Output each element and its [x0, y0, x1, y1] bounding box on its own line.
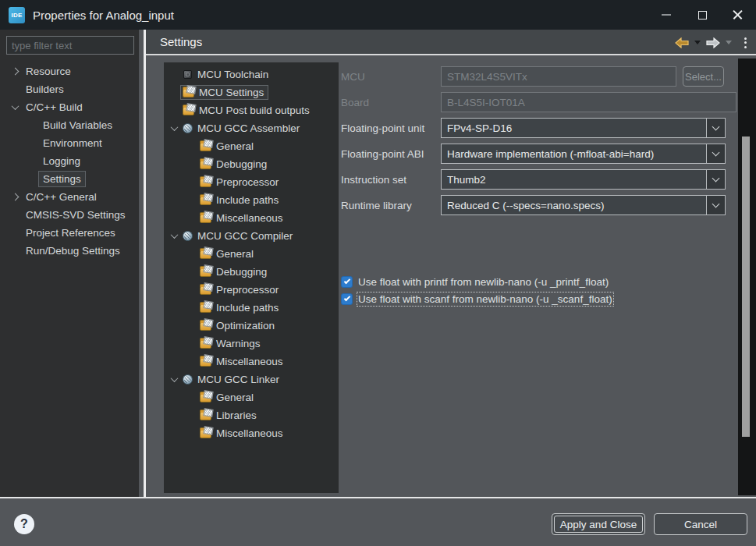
runtime-library-label: Runtime library — [341, 195, 412, 215]
forward-button[interactable] — [705, 37, 721, 48]
instruction-set-select[interactable]: Thumb2 — [441, 169, 726, 190]
check-icon — [343, 295, 350, 301]
apply-and-close-button[interactable]: Apply and Close — [552, 513, 645, 535]
tool-gear-icon — [183, 374, 193, 385]
folder-icon — [200, 358, 211, 367]
view-menu-button[interactable] — [741, 37, 750, 48]
tree-item-compiler-general[interactable]: General — [164, 245, 339, 263]
tree-item-gcc-linker[interactable]: MCU GCC Linker — [164, 370, 339, 388]
chevron-down-icon[interactable] — [706, 170, 725, 189]
chevron-expanded-icon[interactable] — [9, 105, 21, 110]
folder-icon — [200, 197, 211, 205]
filter-input[interactable] — [6, 36, 134, 55]
printf-float-checkbox-row: Use float with printf from newlib-nano (… — [341, 274, 609, 289]
properties-category-tree: Resource Builders C/C++ Build Build Vari… — [0, 62, 139, 260]
cancel-button[interactable]: Cancel — [654, 513, 747, 535]
folder-icon — [200, 286, 211, 295]
scanf-float-checkbox-row: Use float with scanf from newlib-nano (-… — [341, 291, 612, 307]
tree-item-mcu-post-build[interactable]: MCU Post build outputs — [164, 101, 339, 119]
chevron-down-icon[interactable] — [706, 119, 725, 137]
window-title: Properties for Analog_input — [33, 9, 174, 22]
app-icon: IDE — [9, 7, 25, 23]
chevron-collapsed-icon[interactable] — [9, 69, 21, 74]
minimize-button[interactable] — [648, 0, 684, 30]
chevron-down-icon[interactable] — [706, 144, 725, 163]
tree-item-linker-libraries[interactable]: Libraries — [164, 406, 339, 424]
sidebar-item-cpp-general[interactable]: C/C++ General — [0, 188, 139, 206]
folder-icon — [183, 107, 194, 115]
tree-item-compiler-optimization[interactable]: Optimization — [164, 317, 339, 335]
tree-item-compiler-debugging[interactable]: Debugging — [164, 263, 339, 281]
check-icon — [343, 278, 350, 284]
chevron-expanded-icon[interactable] — [169, 377, 180, 382]
tree-item-mcu-settings[interactable]: MCU Settings — [164, 83, 339, 101]
maximize-button[interactable] — [684, 0, 720, 30]
sidebar-item-cmsis-svd-settings[interactable]: CMSIS-SVD Settings — [0, 206, 139, 224]
chevron-down-icon[interactable] — [706, 196, 725, 214]
sidebar-item-builders[interactable]: Builders — [0, 80, 139, 98]
tool-gear-icon — [183, 123, 193, 133]
folder-icon — [200, 304, 211, 313]
folder-icon — [200, 322, 211, 331]
sidebar-item-resource[interactable]: Resource — [0, 62, 139, 80]
titlebar[interactable]: IDE Properties for Analog_input — [0, 0, 756, 30]
tree-item-compiler-include-paths[interactable]: Include paths — [164, 299, 339, 317]
floating-point-unit-select[interactable]: FPv4-SP-D16 — [441, 118, 726, 138]
tree-item-linker-misc[interactable]: Miscellaneous — [164, 424, 339, 442]
chevron-expanded-icon[interactable] — [169, 126, 180, 131]
sidebar-item-cpp-build[interactable]: C/C++ Build — [0, 98, 139, 116]
back-history-dropdown[interactable] — [694, 41, 701, 44]
sidebar-item-environment[interactable]: Environment — [0, 134, 139, 152]
floating-point-unit-label: Floating-point unit — [341, 118, 424, 138]
tree-item-assembler-preprocessor[interactable]: Preprocessor — [164, 173, 339, 191]
instruction-set-label: Instruction set — [341, 169, 406, 190]
chip-icon — [183, 70, 192, 79]
folder-icon — [200, 214, 211, 223]
folder-icon — [200, 268, 211, 277]
tree-item-compiler-preprocessor[interactable]: Preprocessor — [164, 281, 339, 299]
folder-icon — [200, 412, 211, 420]
minimize-icon — [662, 14, 671, 16]
back-button[interactable] — [674, 37, 690, 48]
sidebar-item-project-references[interactable]: Project References — [0, 224, 139, 242]
mcu-label: MCU — [341, 66, 365, 87]
tree-item-assembler-include-paths[interactable]: Include paths — [164, 191, 339, 209]
tool-settings-tree: MCU Toolchain MCU Settings MCU Post buil… — [164, 62, 339, 493]
tree-item-assembler-general[interactable]: General — [164, 137, 339, 155]
page-title: Settings — [160, 35, 202, 48]
runtime-library-select[interactable]: Reduced C (--specs=nano.specs) — [441, 195, 726, 215]
tree-item-mcu-toolchain[interactable]: MCU Toolchain — [164, 66, 339, 83]
scrollbar-thumb[interactable] — [742, 136, 750, 437]
tree-item-gcc-assembler[interactable]: MCU GCC Assembler — [164, 119, 339, 137]
properties-nav-pane: Resource Builders C/C++ Build Build Vari… — [0, 30, 139, 498]
board-label: Board — [341, 92, 369, 112]
printf-float-checkbox[interactable] — [341, 276, 353, 288]
folder-icon — [200, 143, 211, 151]
sidebar-item-logging[interactable]: Logging — [0, 152, 139, 170]
forward-history-dropdown[interactable] — [726, 41, 732, 44]
sidebar-item-build-variables[interactable]: Build Variables — [0, 116, 139, 134]
chevron-expanded-icon[interactable] — [169, 233, 180, 239]
mcu-select-button[interactable]: Select... — [683, 66, 724, 87]
dialog-footer: ? Apply and Close Cancel — [0, 497, 756, 546]
help-button[interactable]: ? — [14, 514, 34, 534]
sidebar-item-settings[interactable]: Settings — [0, 170, 139, 188]
sidebar-item-run-debug-settings[interactable]: Run/Debug Settings — [0, 242, 139, 260]
tree-item-compiler-warnings[interactable]: Warnings — [164, 335, 339, 353]
tree-item-linker-general[interactable]: General — [164, 388, 339, 406]
mcu-field — [441, 66, 676, 87]
folder-icon — [200, 250, 211, 259]
tree-item-gcc-compiler[interactable]: MCU GCC Compiler — [164, 227, 339, 245]
board-field — [441, 92, 736, 112]
close-button[interactable] — [720, 0, 756, 30]
folder-icon — [183, 89, 194, 98]
tree-item-assembler-misc[interactable]: Miscellaneous — [164, 209, 339, 227]
scanf-float-checkbox[interactable] — [341, 293, 353, 305]
folder-icon — [200, 161, 211, 169]
tree-item-compiler-misc[interactable]: Miscellaneous — [164, 353, 339, 370]
vertical-scrollbar[interactable] — [738, 58, 756, 495]
chevron-collapsed-icon[interactable] — [9, 194, 21, 200]
tree-item-assembler-debugging[interactable]: Debugging — [164, 155, 339, 173]
properties-dialog: IDE Properties for Analog_input Resource… — [0, 0, 756, 546]
floating-point-abi-select[interactable]: Hardware implementation (-mfloat-abi=har… — [441, 144, 726, 164]
